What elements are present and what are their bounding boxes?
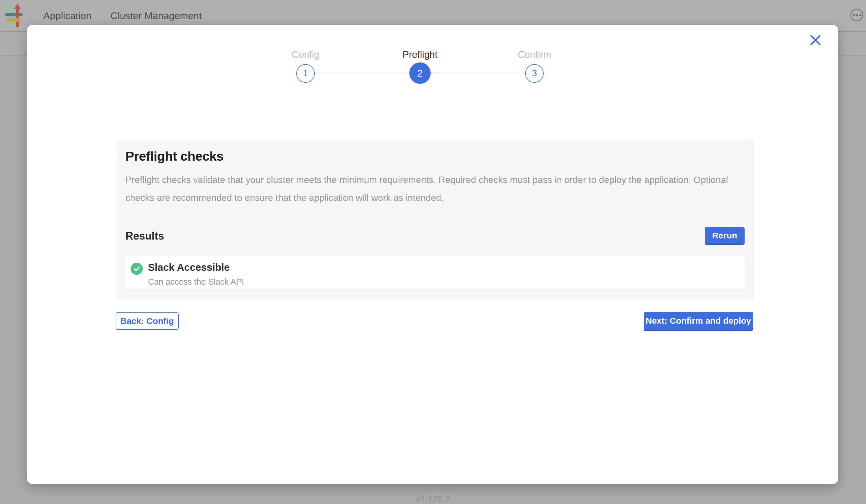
step-label-config: Config bbox=[248, 49, 363, 60]
page-title: Preflight checks bbox=[125, 149, 224, 164]
preflight-description: Preflight checks validate that your clus… bbox=[125, 171, 745, 206]
back-button[interactable]: Back: Config bbox=[115, 312, 179, 330]
step-label-preflight: Preflight bbox=[362, 49, 478, 60]
step-connector bbox=[431, 72, 525, 74]
preflight-card: Preflight checks Preflight checks valida… bbox=[115, 140, 754, 300]
step-circle-config[interactable]: 1 bbox=[296, 64, 315, 83]
nav-tab-cluster-management[interactable]: Cluster Management bbox=[110, 10, 202, 21]
screen: Application Cluster Management v1.125.2 … bbox=[0, 0, 866, 504]
stepper: Config Preflight Confirm 1 2 3 bbox=[276, 49, 565, 87]
step-circle-preflight[interactable]: 2 bbox=[409, 63, 431, 84]
step-circle-confirm[interactable]: 3 bbox=[525, 64, 544, 83]
results-header-row: Results Rerun bbox=[125, 227, 745, 245]
step-label-confirm: Confirm bbox=[477, 49, 592, 60]
results-title: Results bbox=[125, 230, 164, 242]
check-title: Slack Accessible bbox=[148, 261, 230, 273]
app-logo-icon bbox=[4, 3, 23, 28]
nav-tab-application[interactable]: Application bbox=[43, 10, 91, 21]
ellipsis-menu-icon[interactable] bbox=[851, 9, 863, 21]
check-detail: Can access the Slack API bbox=[148, 277, 244, 287]
close-icon[interactable] bbox=[809, 34, 821, 46]
version-label: v1.125.2 bbox=[0, 494, 866, 504]
step-connector bbox=[315, 72, 409, 74]
rerun-button[interactable]: Rerun bbox=[705, 227, 745, 245]
next-button[interactable]: Next: Confirm and deploy bbox=[644, 312, 753, 331]
check-circle-icon bbox=[131, 263, 143, 275]
preflight-check-row: Slack Accessible Can access the Slack AP… bbox=[125, 256, 745, 289]
preflight-modal: Config Preflight Confirm 1 2 3 Preflight… bbox=[27, 25, 838, 484]
